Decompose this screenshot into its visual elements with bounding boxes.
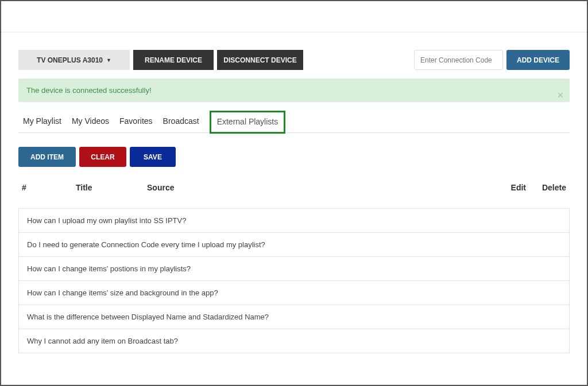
col-header-hash: # xyxy=(22,183,76,192)
disconnect-device-button[interactable]: DISCONNECT DEVICE xyxy=(217,50,303,70)
faq-item[interactable]: Why I cannot add any item on Broadcast t… xyxy=(18,329,570,353)
faq-list: How can I upload my own playlist into SS… xyxy=(18,208,570,353)
tab-my-playlist[interactable]: My Playlist xyxy=(23,111,61,132)
col-header-title: Title xyxy=(76,183,147,192)
save-button[interactable]: SAVE xyxy=(130,147,176,167)
add-device-button[interactable]: ADD DEVICE xyxy=(506,50,570,70)
faq-item[interactable]: How can I change items' postions in my p… xyxy=(18,257,570,281)
device-select-label: TV ONEPLUS A3010 xyxy=(37,56,103,64)
col-header-edit: Edit xyxy=(492,183,526,192)
tab-external-playlists[interactable]: External Playlists xyxy=(210,111,286,134)
tab-broadcast[interactable]: Broadcast xyxy=(163,111,199,132)
alert-message: The device is connected successfully! xyxy=(26,86,152,95)
faq-item[interactable]: What is the difference between Displayed… xyxy=(18,305,570,329)
tabs-bar: My Playlist My Videos Favorites Broadcas… xyxy=(18,111,570,133)
rename-device-button[interactable]: RENAME DEVICE xyxy=(133,50,214,70)
tab-my-videos[interactable]: My Videos xyxy=(72,111,109,132)
tab-favorites[interactable]: Favorites xyxy=(119,111,153,132)
faq-item[interactable]: How can I change items' size and backgro… xyxy=(18,281,570,305)
faq-item[interactable]: How can I upload my own playlist into SS… xyxy=(18,208,570,233)
connection-code-input[interactable] xyxy=(414,50,503,70)
close-icon[interactable]: ✕ xyxy=(557,91,564,100)
device-toolbar: TV ONEPLUS A3010 ▼ RENAME DEVICE DISCONN… xyxy=(18,50,570,70)
col-header-delete: Delete xyxy=(526,183,566,192)
success-alert: The device is connected successfully! ✕ xyxy=(18,79,570,102)
clear-button[interactable]: CLEAR xyxy=(79,147,126,167)
action-bar: ADD ITEM CLEAR SAVE xyxy=(18,147,570,167)
header-spacer xyxy=(1,1,587,33)
faq-item[interactable]: Do I need to generate Connection Code ev… xyxy=(18,233,570,257)
col-header-source: Source xyxy=(147,183,492,192)
caret-down-icon: ▼ xyxy=(106,57,111,63)
table-header: # Title Source Edit Delete xyxy=(18,183,570,198)
add-item-button[interactable]: ADD ITEM xyxy=(18,147,76,167)
device-select-dropdown[interactable]: TV ONEPLUS A3010 ▼ xyxy=(18,50,130,70)
